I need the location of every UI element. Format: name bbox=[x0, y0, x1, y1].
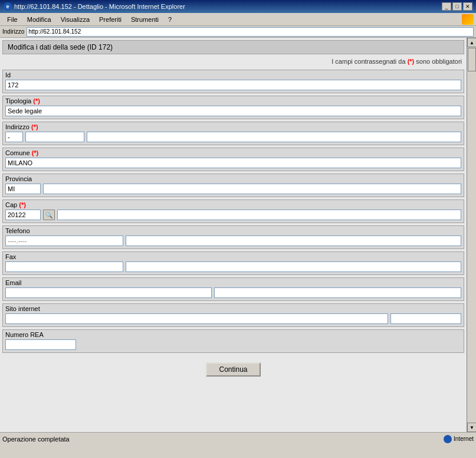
page-title: Modifica i dati della sede (ID 172) bbox=[8, 43, 113, 51]
button-row: Continua bbox=[2, 362, 464, 377]
sito-internet-label: Sito internet bbox=[5, 305, 461, 312]
field-fax: Fax bbox=[2, 251, 464, 275]
cap-input[interactable] bbox=[5, 210, 41, 220]
menu-visualizza[interactable]: Visualizza bbox=[56, 15, 94, 24]
scroll-down-button[interactable]: ▼ bbox=[467, 423, 476, 432]
required-notice: I campi contrassegnati da (*) sono obbli… bbox=[2, 58, 464, 65]
address-input[interactable] bbox=[27, 27, 474, 37]
provincia-input2[interactable] bbox=[43, 184, 461, 194]
email-label: Email bbox=[5, 279, 461, 286]
comune-label: Comune (*) bbox=[5, 149, 461, 156]
field-id: Id bbox=[2, 70, 464, 93]
scrollbar-thumb[interactable] bbox=[468, 48, 476, 71]
provincia-row bbox=[5, 184, 461, 194]
page-header: Modifica i dati della sede (ID 172) bbox=[2, 40, 464, 54]
telefono-label: Telefono bbox=[5, 227, 461, 234]
field-email: Email bbox=[2, 277, 464, 301]
status-text: Operazione completata bbox=[2, 436, 442, 443]
internet-globe-icon bbox=[444, 435, 452, 443]
id-label: Id bbox=[5, 71, 461, 78]
field-telefono: Telefono bbox=[2, 225, 464, 249]
indirizzo-label: Indirizzo (*) bbox=[5, 123, 461, 130]
indirizzo-input3[interactable] bbox=[87, 132, 461, 142]
ie-icon: e bbox=[4, 2, 12, 11]
minimize-button[interactable]: _ bbox=[442, 2, 451, 11]
sito-internet-input[interactable] bbox=[5, 313, 388, 324]
provincia-label: Provincia bbox=[5, 175, 461, 182]
field-cap: Cap (*) 🔍 bbox=[2, 199, 464, 223]
indirizzo-input2[interactable] bbox=[25, 132, 84, 142]
title-bar-title: e http://62.101.84.152 - Dettaglio - Mic… bbox=[4, 2, 185, 11]
page-content: Modifica i dati della sede (ID 172) I ca… bbox=[0, 38, 467, 445]
field-tipologia: Tipologia (*) bbox=[2, 96, 464, 119]
indirizzo-row bbox=[5, 132, 461, 142]
telefono-row bbox=[5, 235, 461, 246]
fax-row bbox=[5, 261, 461, 272]
numero-rea-label: Numero REA bbox=[5, 331, 461, 338]
scroll-up-button[interactable]: ▲ bbox=[467, 38, 476, 47]
close-button[interactable]: ✕ bbox=[463, 2, 472, 11]
browser-content: ▲ ▼ Modifica i dati della sede (ID 172) … bbox=[0, 38, 476, 445]
comune-input[interactable] bbox=[5, 158, 461, 168]
cap-search-button[interactable]: 🔍 bbox=[43, 210, 55, 220]
menu-items: File Modifica Visualizza Preferiti Strum… bbox=[2, 15, 176, 24]
continue-button[interactable]: Continua bbox=[206, 362, 260, 377]
menu-file[interactable]: File bbox=[2, 15, 22, 24]
menu-modifica[interactable]: Modifica bbox=[22, 15, 56, 24]
email-input2[interactable] bbox=[214, 287, 461, 298]
field-sito-internet: Sito internet bbox=[2, 303, 464, 327]
address-label: Indirizzo bbox=[2, 28, 24, 35]
status-right: Internet bbox=[444, 435, 474, 443]
cap-row: 🔍 bbox=[5, 210, 461, 220]
fax-label: Fax bbox=[5, 253, 461, 260]
field-comune: Comune (*) bbox=[2, 148, 464, 171]
menu-help[interactable]: ? bbox=[163, 15, 176, 24]
address-bar: Indirizzo bbox=[0, 26, 476, 38]
menu-bar: File Modifica Visualizza Preferiti Strum… bbox=[0, 13, 476, 26]
telefono-input2[interactable] bbox=[126, 235, 461, 246]
fax-input[interactable] bbox=[5, 261, 123, 272]
maximize-button[interactable]: □ bbox=[452, 2, 462, 11]
zone-label: Internet bbox=[454, 436, 474, 442]
id-input[interactable] bbox=[5, 80, 461, 90]
fax-input2[interactable] bbox=[126, 261, 461, 272]
provincia-input[interactable] bbox=[5, 184, 41, 194]
cap-input2[interactable] bbox=[57, 210, 461, 220]
field-numero-rea: Numero REA bbox=[2, 329, 464, 353]
sito-internet-input2[interactable] bbox=[390, 313, 461, 324]
numero-rea-input[interactable] bbox=[5, 339, 76, 350]
menu-strumenti[interactable]: Strumenti bbox=[126, 15, 163, 24]
cap-label: Cap (*) bbox=[5, 201, 461, 208]
windows-logo bbox=[462, 14, 474, 25]
sito-internet-row bbox=[5, 313, 461, 324]
tipologia-label: Tipologia (*) bbox=[5, 97, 461, 104]
internet-zone: Internet bbox=[444, 435, 474, 443]
field-indirizzo: Indirizzo (*) bbox=[2, 122, 464, 145]
title-bar-controls: _ □ ✕ bbox=[442, 2, 472, 11]
field-provincia: Provincia bbox=[2, 174, 464, 197]
tipologia-input[interactable] bbox=[5, 106, 461, 116]
telefono-input[interactable] bbox=[5, 235, 123, 246]
window-title: http://62.101.84.152 - Dettaglio - Micro… bbox=[14, 3, 185, 10]
scrollbar[interactable]: ▲ ▼ bbox=[467, 38, 476, 432]
required-asterisk: (*) bbox=[408, 58, 415, 65]
indirizzo-input1[interactable] bbox=[5, 132, 23, 142]
menu-preferiti[interactable]: Preferiti bbox=[94, 15, 126, 24]
status-bar: Operazione completata Internet bbox=[0, 432, 476, 445]
title-bar: e http://62.101.84.152 - Dettaglio - Mic… bbox=[0, 0, 476, 13]
scrollbar-track bbox=[467, 47, 476, 423]
email-input[interactable] bbox=[5, 287, 212, 298]
email-row bbox=[5, 287, 461, 298]
